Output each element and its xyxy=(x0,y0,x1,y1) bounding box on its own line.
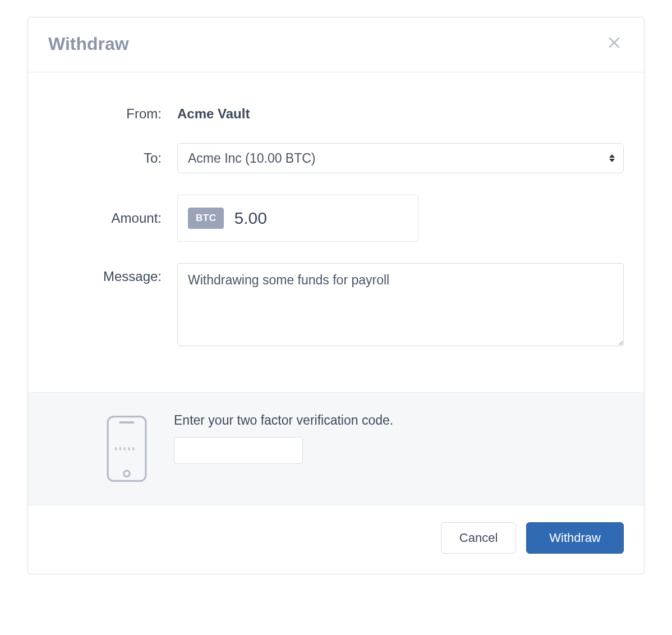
modal-header: Withdraw xyxy=(28,17,644,72)
from-value: Acme Vault xyxy=(177,100,624,122)
amount-input[interactable] xyxy=(234,209,346,228)
to-select-wrap: Acme Inc (10.00 BTC) xyxy=(177,143,624,173)
modal-footer: Cancel Withdraw xyxy=(28,505,644,574)
modal-title: Withdraw xyxy=(48,34,129,54)
close-button[interactable] xyxy=(605,33,624,55)
withdraw-button[interactable]: Withdraw xyxy=(526,522,624,554)
amount-label: Amount: xyxy=(48,210,177,226)
amount-row: Amount: BTC xyxy=(48,195,624,242)
withdraw-modal: Withdraw From: Acme Vault To: Acme Inc (… xyxy=(27,17,645,574)
to-row: To: Acme Inc (10.00 BTC) xyxy=(48,143,624,173)
svg-point-4 xyxy=(124,471,130,476)
modal-body: From: Acme Vault To: Acme Inc (10.00 BTC… xyxy=(28,72,644,392)
amount-input-wrap: BTC xyxy=(177,195,418,242)
phone-icon xyxy=(104,415,149,485)
close-icon xyxy=(607,35,622,50)
from-label: From: xyxy=(48,100,177,122)
message-label: Message: xyxy=(48,263,177,284)
message-input[interactable] xyxy=(177,263,624,346)
to-select[interactable]: Acme Inc (10.00 BTC) xyxy=(177,143,624,173)
twofa-label: Enter your two factor verification code. xyxy=(174,413,624,428)
from-row: From: Acme Vault xyxy=(48,100,624,122)
message-row: Message: xyxy=(48,263,624,348)
to-label: To: xyxy=(48,150,177,166)
twofa-input[interactable] xyxy=(174,437,303,464)
twofa-right: Enter your two factor verification code. xyxy=(174,413,624,464)
twofa-section: Enter your two factor verification code. xyxy=(28,392,644,505)
cancel-button[interactable]: Cancel xyxy=(441,522,516,554)
currency-badge: BTC xyxy=(188,208,224,229)
